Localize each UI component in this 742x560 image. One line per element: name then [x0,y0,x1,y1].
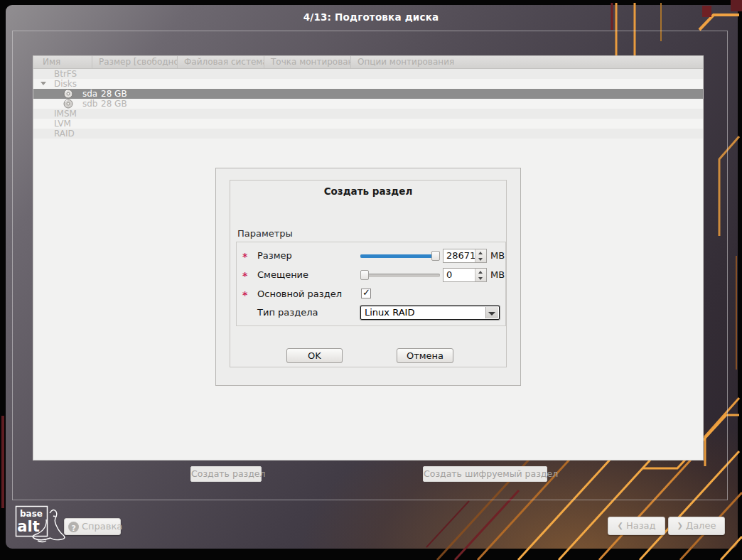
size-value[interactable]: 28671 [446,249,475,262]
column-header-filesystem[interactable]: Файловая система [178,56,264,68]
cancel-button[interactable]: Отмена [397,348,453,363]
table-row-lvm[interactable]: LVM [33,119,703,129]
tree-item-label: IMSM [54,109,77,119]
size-unit-label: MB [490,250,505,261]
slider-handle[interactable] [431,251,440,261]
table-row-btrfs[interactable]: BtrFS [33,69,703,79]
spin-down-icon[interactable] [475,256,486,262]
size-spinbox[interactable]: 28671 [443,249,487,263]
column-header-size[interactable]: Размер [свободно] [92,56,178,68]
create-partition-dialog: Создать раздел Параметры * Размер 28671 … [215,168,521,386]
help-button[interactable]: Справка [64,518,121,535]
help-button-label: Справка [82,521,122,532]
tree-item-label: sda [82,89,97,99]
slider-track[interactable] [360,274,440,277]
create-encrypted-partition-button[interactable]: Создать шифруемый раздел [423,466,547,482]
size-field-row: * Размер 28671 MB [230,249,506,263]
size-slider[interactable] [360,249,440,263]
offset-field-row: * Смещение 0 MB [230,268,506,282]
primary-partition-checkbox[interactable] [361,289,371,298]
tree-item-label: LVM [54,119,71,129]
offset-value[interactable]: 0 [446,269,475,281]
offset-spinbox[interactable]: 0 [443,268,487,282]
dialog-title: Создать раздел [230,185,506,197]
parameters-section-label: Параметры [237,228,293,239]
next-button-label: Далее [686,520,716,531]
column-header-mountoptions[interactable]: Опции монтирования [351,56,703,68]
partition-type-select[interactable]: Linux RAID [360,306,500,320]
tree-item-label: Disks [54,79,77,89]
tree-item-label: BtrFS [54,69,77,79]
primary-field-row: * Основной раздел [230,287,506,301]
partition-type-label: Тип раздела [257,307,318,318]
ok-button[interactable]: OK [286,348,343,363]
primary-partition-label: Основной раздел [257,289,342,299]
spin-up-icon[interactable] [475,269,486,275]
create-partition-dialog-body: Создать раздел Параметры * Размер 28671 … [230,180,507,367]
slider-handle[interactable] [360,270,369,280]
chevron-down-icon[interactable] [41,82,46,86]
page-title: 4/13: Подготовка диска [0,11,742,23]
disk-icon [63,99,73,109]
spin-buttons [475,269,486,281]
table-row-raid[interactable]: RAID [33,129,703,139]
chevron-right-icon: ❯ [677,522,683,529]
disk-size: 28 GB [101,99,127,109]
spin-down-icon[interactable] [475,275,486,281]
type-field-row: Тип раздела Linux RAID [230,306,506,320]
back-button-label: Назад [626,520,656,531]
partition-type-value: Linux RAID [365,307,414,318]
required-asterisk: * [242,270,247,281]
chevron-left-icon: ❮ [618,522,623,529]
next-button[interactable]: ❯Далее [668,517,725,535]
offset-unit-label: MB [490,269,505,280]
table-row-sdb[interactable]: sdb 28 GB [33,99,703,109]
required-asterisk: * [242,251,247,262]
tree-item-label: RAID [54,129,75,139]
tree-item-label: sdb [82,99,98,109]
combo-arrow-icon[interactable] [485,307,498,318]
offset-slider[interactable] [360,268,440,282]
disk-size: 28 GB [101,89,127,99]
spin-up-icon[interactable] [475,249,486,256]
back-button[interactable]: ❮Назад [608,517,665,535]
size-label: Размер [257,250,292,261]
question-icon [68,522,79,532]
offset-label: Смещение [257,269,308,280]
table-row-disks[interactable]: Disks [33,79,703,89]
spin-buttons [475,249,486,262]
disk-icon [63,89,73,99]
table-row-sda[interactable]: sda 28 GB [33,89,703,99]
slider-fill [360,254,434,258]
column-header-name[interactable]: Имя [33,56,92,68]
required-asterisk: * [242,289,247,301]
create-partition-button[interactable]: Создать раздел [190,466,262,482]
column-header-mountpoint[interactable]: Точка монтирования [264,56,351,68]
table-header: Имя Размер [свободно] Файловая система Т… [33,56,703,69]
table-row-imsm[interactable]: IMSM [33,109,703,119]
